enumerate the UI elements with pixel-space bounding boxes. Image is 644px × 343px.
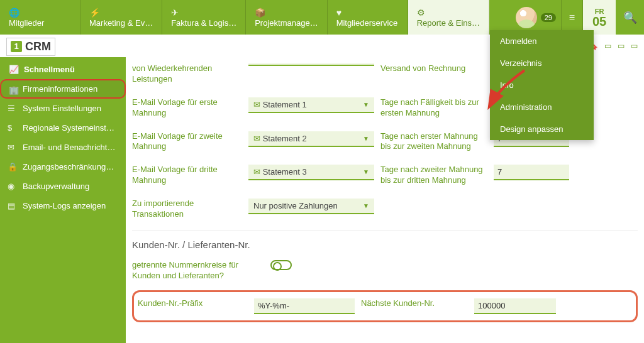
highlighted-row: Kunden-Nr.-Präfix Nächste Kunden-Nr. xyxy=(132,290,638,322)
mail-icon: ✉ xyxy=(8,143,14,152)
form-row-4: Zu importierende Transaktionen Nur posit… xyxy=(132,192,638,226)
label-tage-1: Tage nach Fälligkeit bis zur ersten Mahn… xyxy=(374,97,494,119)
envelope-icon: ✉ xyxy=(253,100,263,109)
toggle-nummernkreise[interactable] xyxy=(270,260,292,270)
label-wiederkehrende: von Wiederkehrenden Leistungen xyxy=(132,63,248,85)
logo: 1CRM xyxy=(6,38,55,56)
label-mahnung-3: E-Mail Vorlage für dritte Mahnung xyxy=(132,165,248,186)
select-mahnung-3[interactable]: ✉ Statement 3▼ xyxy=(248,165,374,180)
chevron-down-icon: ▼ xyxy=(363,101,369,108)
search-button[interactable]: 🔍 xyxy=(616,0,644,35)
lock-icon: 🔒 xyxy=(8,162,18,172)
select-mahnung-1[interactable]: ✉ Statement 1▼ xyxy=(248,97,374,113)
sidebar-item-regionale[interactable]: $Regionale Systemeinstellungen xyxy=(0,118,126,138)
label-mahnung-2: E-Mail Vorlage für zweite Mahnung xyxy=(132,131,248,153)
label-getrennte-nummernkreise: getrennte Nummernkreise für Kunden und L… xyxy=(132,260,270,281)
chart-icon: 📈 xyxy=(9,65,19,74)
currency-icon: $ xyxy=(8,123,12,133)
chevron-down-icon: ▼ xyxy=(363,202,369,209)
card-icon-3[interactable]: ▭ xyxy=(631,41,638,50)
dropdown-item-verzeichnis[interactable]: Verzeichnis xyxy=(490,52,594,74)
nav-tab-mitglieder[interactable]: 🌐Mitglieder xyxy=(0,0,80,35)
nav-tab-faktura[interactable]: ✈Faktura & Logis… xyxy=(162,0,246,35)
envelope-icon: ✉ xyxy=(253,134,263,143)
bolt-icon: ⚡ xyxy=(89,8,153,18)
input-kundennr-praefix[interactable] xyxy=(254,298,355,314)
date-day: 05 xyxy=(592,15,606,28)
list-icon: ▤ xyxy=(8,201,15,210)
building-icon: 🏢 xyxy=(9,85,19,95)
top-nav: 🌐Mitglieder ⚡Marketing & Ev… ✈Faktura & … xyxy=(0,0,644,35)
user-dropdown: Abmelden Verzeichnis Info Administration… xyxy=(490,30,594,140)
input-tage-3[interactable] xyxy=(494,165,569,180)
label-kundennr-praefix: Kunden-Nr.-Präfix xyxy=(138,298,254,309)
dropdown-item-info[interactable]: Info xyxy=(490,74,594,96)
sidebar-item-backup[interactable]: ◉Backupverwaltung xyxy=(0,177,126,196)
search-icon: 🔍 xyxy=(623,11,637,24)
dropdown-item-design[interactable]: Design anpassen xyxy=(490,118,594,140)
sidebar: 📈Schnellmenü 🏢Firmeninformationen ☰Syste… xyxy=(0,57,126,343)
card-icon-2[interactable]: ▭ xyxy=(618,41,625,50)
sidebar-item-firmeninformationen[interactable]: 🏢Firmeninformationen xyxy=(0,79,126,99)
heart-icon: ♥ xyxy=(336,8,399,18)
date-dow: FR xyxy=(595,8,604,15)
hamburger-icon: ≡ xyxy=(569,12,575,23)
gear-icon: ⚙ xyxy=(417,8,480,18)
sidebar-item-zugang[interactable]: 🔒Zugangsbeschränkungseinstellungen xyxy=(0,157,126,177)
avatar xyxy=(516,7,537,28)
label-tage-2: Tage nach erster Mahnung bis zur zweiten… xyxy=(374,131,494,153)
chevron-down-icon: ▼ xyxy=(363,168,369,175)
sidebar-item-email[interactable]: ✉Email- und Benachrichtigungseinstellung… xyxy=(0,138,126,157)
envelope-icon: ✉ xyxy=(253,167,263,177)
card-icon[interactable]: ▭ xyxy=(604,41,611,50)
sidebar-title: 📈Schnellmenü xyxy=(0,57,126,79)
send-icon: ✈ xyxy=(171,8,236,18)
label-naechste-kundennr: Nächste Kunden-Nr. xyxy=(355,298,474,309)
nav-tab-marketing[interactable]: ⚡Marketing & Ev… xyxy=(80,0,162,35)
sliders-icon: ☰ xyxy=(8,104,15,113)
input-naechste-kundennr[interactable] xyxy=(474,298,556,314)
label-tage-3: Tage nach zweiter Mahnung bis zur dritte… xyxy=(374,165,494,186)
label-mahnung-1: E-Mail Vorlage für erste Mahnung xyxy=(132,97,248,119)
select-transaktionen[interactable]: Nur positive Zahlungen▼ xyxy=(248,199,374,214)
globe-icon: 🌐 xyxy=(9,8,71,18)
form-row-3: E-Mail Vorlage für dritte Mahnung ✉ Stat… xyxy=(132,158,638,192)
date-box[interactable]: FR 05 xyxy=(583,0,616,35)
disc-icon: ◉ xyxy=(8,182,14,191)
chevron-down-icon: ▼ xyxy=(363,135,369,142)
form-row-5: getrennte Nummernkreise für Kunden und L… xyxy=(132,254,638,288)
menu-button[interactable]: ≡ xyxy=(562,0,583,35)
section-kundennr: Kunden-Nr. / Lieferanten-Nr. xyxy=(132,230,638,254)
sidebar-item-system-einstellungen[interactable]: ☰System Einstellungen xyxy=(0,99,126,118)
dropdown-item-administration[interactable]: Administration xyxy=(490,96,594,118)
nav-tab-service[interactable]: ♥Mitgliederservice xyxy=(328,0,408,35)
user-area[interactable]: 29 xyxy=(511,0,562,35)
dropdown-item-abmelden[interactable]: Abmelden xyxy=(490,30,594,52)
nav-tab-projekt[interactable]: 📦Projektmanage… xyxy=(246,0,327,35)
select-mahnung-2[interactable]: ✉ Statement 2▼ xyxy=(248,131,374,147)
label-versand-rechnung: Versand von Rechnung xyxy=(374,63,494,74)
box-icon: 📦 xyxy=(255,8,318,18)
sidebar-item-logs[interactable]: ▤System-Logs anzeigen xyxy=(0,196,126,215)
notification-badge: 29 xyxy=(541,13,556,22)
label-transaktionen: Zu importierende Transaktionen xyxy=(132,199,248,220)
nav-tab-reporte[interactable]: ⚙Reporte & Eins… xyxy=(408,0,489,35)
